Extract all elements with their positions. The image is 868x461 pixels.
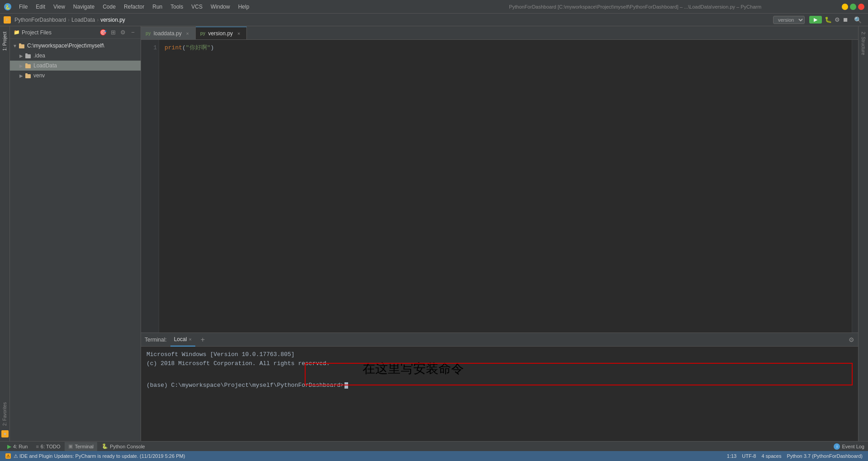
status-warn-icon: ⚠	[5, 453, 11, 459]
code-editor[interactable]: print("你好啊")	[159, 40, 852, 333]
menu-refactor[interactable]: Refactor	[120, 2, 148, 11]
tab-label-loaddata: loaddata.py	[154, 30, 182, 37]
tree-item-root[interactable]: ▼ C:\myworkspace\Project\myself\	[10, 41, 141, 51]
breadcrumb-loaddata[interactable]: LoadData	[71, 17, 95, 23]
terminal-line-3	[146, 368, 853, 377]
menu-tools[interactable]: Tools	[167, 2, 187, 11]
todo-panel-button[interactable]: ≡ 6: TODO	[32, 442, 64, 451]
tree-arrow-root: ▼	[12, 43, 18, 49]
event-log-icon: i	[834, 443, 840, 450]
version-dropdown[interactable]: version	[773, 16, 805, 24]
event-log-button[interactable]: i Event Log	[834, 443, 864, 450]
bottom-right-area: i Event Log	[834, 443, 864, 450]
stop-button[interactable]: ⏹	[843, 16, 849, 23]
menu-code[interactable]: Code	[99, 2, 119, 11]
panel-locate-button[interactable]: 🎯	[99, 29, 107, 37]
event-log-label: Event Log	[842, 444, 864, 449]
breadcrumb-file[interactable]: version.py	[100, 17, 125, 23]
svg-rect-8	[25, 74, 31, 78]
svg-rect-3	[19, 43, 21, 45]
run-panel-button[interactable]: ▶ 4: Run	[4, 442, 31, 451]
menu-vcs[interactable]: VCS	[188, 2, 206, 11]
window-title: PythonForDashboard [C:\myworkspace\Proje…	[429, 4, 842, 10]
tab-loaddata-py[interactable]: py loaddata.py ×	[141, 27, 196, 39]
menu-run[interactable]: Run	[149, 2, 166, 11]
python-console-icon: 🐍	[102, 443, 108, 449]
menu-window[interactable]: Window	[207, 2, 234, 11]
run-button[interactable]: ▶	[809, 16, 822, 24]
terminal-panel-button[interactable]: ▣ Terminal	[65, 442, 97, 451]
tree-label-root: C:\myworkspace\Project\myself\	[27, 43, 104, 49]
project-panel-icon: 📁	[14, 29, 20, 35]
maximize-button[interactable]	[850, 4, 856, 10]
terminal-input-line[interactable]: (base) C:\myworkspace\Project\myself\Pyt…	[146, 381, 853, 390]
tree-icon-root	[18, 42, 25, 49]
todo-label: 6: TODO	[41, 444, 61, 449]
status-indentation[interactable]: 4 spaces	[761, 453, 781, 459]
status-position[interactable]: 1:13	[727, 453, 736, 459]
terminal-tab-close-local[interactable]: ×	[189, 337, 191, 342]
tree-item-venv[interactable]: ▶ venv	[10, 71, 141, 81]
menu-help[interactable]: Help	[235, 2, 253, 11]
editor-scrollbar[interactable]	[852, 40, 858, 333]
tree-icon-venv	[24, 72, 32, 79]
terminal-input-area: (base) C:\myworkspace\Project\myself\Pyt…	[146, 381, 853, 390]
file-tree: ▼ C:\myworkspace\Project\myself\ ▶ .idea…	[10, 39, 141, 441]
svg-rect-5	[25, 53, 28, 55]
status-interpreter[interactable]: Python 3.7 (PythonForDashboard)	[787, 453, 863, 459]
tree-icon-idea	[24, 52, 32, 59]
terminal-prompt: (base) C:\myworkspace\Project\myself\Pyt…	[146, 381, 344, 390]
svg-rect-6	[25, 64, 31, 68]
tree-item-idea[interactable]: ▶ .idea	[10, 51, 141, 61]
terminal-add-button[interactable]: +	[201, 336, 205, 344]
editor-content: 1 print("你好啊")	[141, 40, 858, 333]
breadcrumb-project[interactable]: PythonForDashboard	[14, 17, 66, 23]
python-console-label: Python Console	[110, 444, 145, 449]
terminal-tab-local[interactable]: Local ×	[170, 333, 195, 347]
tab-close-loaddata[interactable]: ×	[184, 30, 191, 37]
tab-close-version[interactable]: ×	[236, 30, 242, 37]
terminal-tab-label-local: Local	[174, 336, 187, 342]
minimize-button[interactable]	[842, 4, 848, 10]
code-keyword-print: print	[165, 43, 182, 52]
tree-item-loaddata[interactable]: ▶ LoadData	[10, 61, 141, 71]
panel-expand-button[interactable]: ⊞	[109, 29, 117, 37]
terminal-settings-button[interactable]: ⚙	[849, 336, 854, 343]
python-console-button[interactable]: 🐍 Python Console	[98, 442, 149, 451]
terminal-line-1: Microsoft Windows [Version 10.0.17763.80…	[146, 350, 853, 359]
terminal-label: Terminal:	[145, 337, 167, 343]
terminal-tabs-bar: Terminal: Local × + ⚙	[141, 333, 858, 347]
svg-rect-9	[25, 73, 28, 75]
debug-button[interactable]: 🐛	[825, 16, 832, 23]
tab-version-py[interactable]: py version.py ×	[196, 27, 247, 39]
tab-py-icon-version: py	[200, 31, 206, 36]
tree-label-venv: venv	[33, 72, 45, 79]
menu-edit[interactable]: Edit	[32, 2, 49, 11]
status-encoding[interactable]: UTF-8	[742, 453, 756, 459]
project-panel-header: 📁 Project Files 🎯 ⊞ ⚙ −	[10, 26, 141, 39]
vtab-structure-bottom[interactable]: 2: Favorites	[1, 399, 9, 429]
run-config-button[interactable]: ⚙	[835, 16, 840, 23]
left-vertical-tabs: 1: Project 2: Favorites ★	[0, 26, 10, 441]
close-button[interactable]	[858, 4, 864, 10]
panel-settings-button[interactable]: ⚙	[119, 29, 127, 37]
vtab-structure-right[interactable]: 2: Structure	[859, 28, 867, 59]
vtab-project[interactable]: 1: Project	[1, 28, 9, 54]
panel-collapse-button[interactable]: −	[129, 29, 137, 37]
status-bar: ⚠ ⚠ IDE and Plugin Updates: PyCharm is r…	[0, 451, 868, 461]
svg-rect-2	[19, 44, 24, 48]
tree-label-idea: .idea	[33, 52, 45, 59]
menu-file[interactable]: File	[15, 2, 31, 11]
terminal-content[interactable]: Microsoft Windows [Version 10.0.17763.80…	[141, 347, 858, 441]
code-paren-close: )	[210, 43, 214, 52]
menu-navigate[interactable]: Navigate	[70, 2, 98, 11]
project-panel-title: Project Files	[22, 29, 97, 36]
tab-label-version: version.py	[208, 30, 233, 37]
menu-view[interactable]: View	[50, 2, 69, 11]
favorites-star[interactable]: ★	[1, 430, 9, 437]
search-button[interactable]: 🔍	[851, 15, 864, 24]
project-icon: P	[4, 16, 11, 24]
run-icon: ▶	[814, 17, 817, 23]
line-numbers: 1	[141, 40, 159, 333]
todo-icon: ≡	[36, 444, 38, 449]
